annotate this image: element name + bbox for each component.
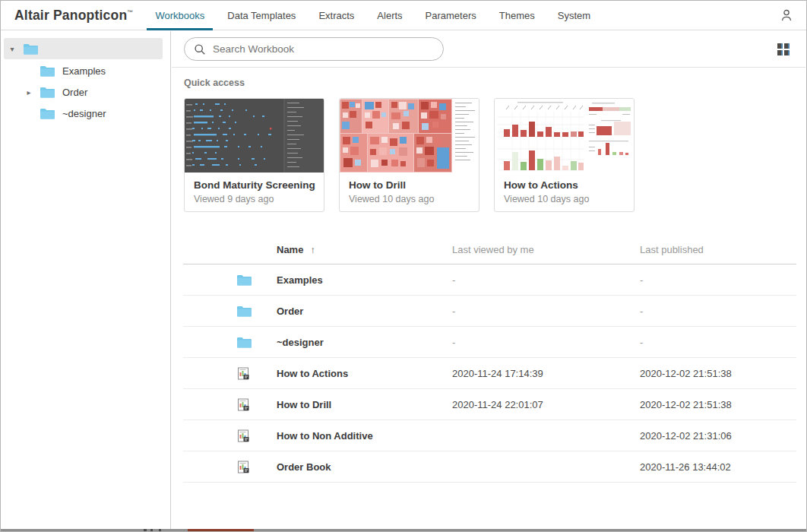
table-row-order-book[interactable]: Order Book 2020-11-26 13:44:02 [183, 451, 796, 483]
user-icon [780, 8, 793, 22]
workbook-icon [237, 429, 250, 442]
card-bond-maturity-screening[interactable]: Bond Maturity Screening Viewed 9 days ag… [184, 98, 324, 212]
folder-icon [40, 87, 55, 98]
folder-icon [237, 337, 252, 348]
nav-tabs: Workbooks Data Templates Extracts Alerts… [144, 1, 602, 30]
row-last-viewed: - [452, 274, 640, 286]
tree-item-root[interactable]: ▾ [4, 38, 163, 59]
column-header-label: Name [277, 244, 303, 255]
card-body: Bond Maturity Screening Viewed 9 days ag… [185, 173, 324, 204]
table-row-examples[interactable]: Examples - - [183, 264, 796, 296]
tab-extracts[interactable]: Extracts [307, 1, 366, 30]
workbook-icon [237, 398, 250, 411]
row-last-viewed: - [452, 306, 640, 317]
row-last-published: - [640, 337, 796, 348]
column-header-name[interactable]: Name ↑ [277, 244, 452, 255]
tree-item-label: ~designer [62, 108, 106, 119]
row-last-published: 2020-12-02 21:31:06 [640, 430, 796, 442]
row-last-viewed: - [452, 337, 640, 348]
quick-access-section: Quick access [172, 68, 805, 212]
table-row-designer[interactable]: ~designer - - [183, 327, 796, 358]
folder-icon [237, 306, 252, 317]
app-logo-text: Altair Panopticon [14, 8, 127, 23]
row-name: How to Non Additive [277, 430, 452, 442]
row-name: Examples [277, 274, 452, 286]
quick-access-cards: Bond Maturity Screening Viewed 9 days ag… [184, 98, 805, 212]
table-row-how-to-drill[interactable]: How to Drill 2020-11-24 22:01:07 2020-12… [183, 389, 796, 420]
workbook-search-box[interactable] [184, 37, 444, 61]
tab-alerts[interactable]: Alerts [366, 1, 413, 30]
card-body: How to Drill Viewed 10 days ago [340, 173, 479, 204]
column-header-last-published[interactable]: Last published [640, 244, 796, 255]
folder-icon [40, 108, 55, 119]
thumbnail-red-blue-treemap [340, 99, 479, 173]
column-header-last-viewed[interactable]: Last viewed by me [452, 244, 640, 255]
window-bottom-edge [1, 529, 806, 531]
row-name: Order [277, 306, 452, 317]
folder-icon [237, 274, 252, 286]
thumbnail-dark-scatter-dashboard [185, 99, 324, 173]
app-logo: Altair Panopticon™ [14, 8, 133, 24]
table-row-how-to-actions[interactable]: How to Actions 2020-11-24 17:14:39 2020-… [183, 358, 796, 389]
workbook-table: Name ↑ Last viewed by me Last published … [183, 236, 796, 483]
quick-access-title: Quick access [184, 78, 805, 88]
tree-item-examples[interactable]: ▸ Examples [1, 60, 170, 81]
top-navigation-bar: Altair Panopticon™ Workbooks Data Templa… [1, 1, 806, 30]
table-header-row: Name ↑ Last viewed by me Last published [183, 236, 796, 264]
row-last-published: - [640, 274, 796, 286]
sort-ascending-icon[interactable]: ↑ [310, 244, 315, 255]
row-name: ~designer [277, 337, 452, 348]
bottom-artifact-red-bar [188, 529, 254, 531]
card-viewed-ago: Viewed 9 days ago [194, 194, 315, 204]
grid-view-icon[interactable] [777, 43, 790, 56]
tab-parameters[interactable]: Parameters [414, 1, 488, 30]
tab-workbooks[interactable]: Workbooks [144, 1, 216, 30]
row-last-published: 2020-12-02 21:51:38 [640, 399, 796, 410]
bottom-artifact-tick [150, 529, 153, 531]
tab-themes[interactable]: Themes [488, 1, 546, 30]
caret-right-icon[interactable]: ▸ [24, 88, 33, 97]
caret-down-icon[interactable]: ▾ [8, 45, 17, 53]
card-viewed-ago: Viewed 10 days ago [504, 194, 625, 204]
search-toolbar [172, 31, 805, 68]
panopticon-window: Altair Panopticon™ Workbooks Data Templa… [0, 0, 807, 532]
card-how-to-drill[interactable]: How to Drill Viewed 10 days ago [339, 98, 479, 212]
card-how-to-actions[interactable]: How to Actions Viewed 10 days ago [494, 98, 635, 212]
thumbnail-red-green-bar-charts [495, 99, 634, 173]
folder-tree-sidebar: ▾ ▸ Examples ▸ Order ▸ [1, 31, 171, 529]
row-name: How to Drill [277, 399, 452, 410]
tree-item-label: Order [62, 87, 87, 98]
row-last-viewed: 2020-11-24 22:01:07 [452, 399, 640, 410]
tree-item-designer[interactable]: ▸ ~designer [1, 103, 170, 124]
row-last-viewed: 2020-11-24 17:14:39 [452, 368, 640, 379]
card-body: How to Actions Viewed 10 days ago [495, 173, 634, 204]
row-last-published: 2020-11-26 13:44:02 [640, 461, 796, 473]
bottom-artifact-tick [144, 529, 147, 531]
table-row-how-to-non-additive[interactable]: How to Non Additive 2020-12-02 21:31:06 [183, 420, 796, 451]
tree-item-order[interactable]: ▸ Order [1, 81, 170, 103]
tab-system[interactable]: System [546, 1, 602, 30]
tree-item-label: Examples [62, 65, 106, 77]
workbook-icon [237, 461, 250, 473]
row-last-published: - [640, 306, 796, 317]
folder-icon [40, 65, 55, 77]
workbook-icon [237, 367, 250, 380]
user-account-button[interactable] [777, 6, 796, 24]
trademark-mark: ™ [127, 9, 133, 16]
row-last-published: 2020-12-02 21:51:38 [640, 368, 796, 379]
row-name: Order Book [277, 461, 452, 473]
folder-icon [24, 43, 38, 55]
row-name: How to Actions [277, 368, 452, 379]
card-title: How to Drill [349, 179, 470, 191]
search-input[interactable] [213, 43, 435, 55]
card-viewed-ago: Viewed 10 days ago [349, 194, 470, 204]
bottom-artifact-tick [159, 529, 161, 531]
table-row-order[interactable]: Order - - [183, 296, 796, 327]
search-icon [194, 43, 206, 55]
tab-data-templates[interactable]: Data Templates [216, 1, 307, 30]
card-title: How to Actions [504, 179, 625, 191]
workbooks-main-panel: Quick access [172, 31, 805, 529]
card-title: Bond Maturity Screening [194, 179, 315, 191]
